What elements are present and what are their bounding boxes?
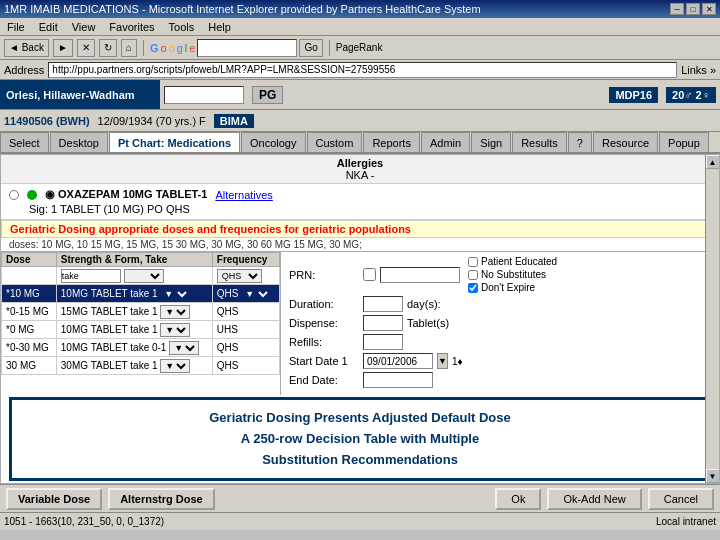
drug-radio[interactable] <box>9 190 19 200</box>
forward-button[interactable]: ► <box>53 39 73 57</box>
links-label: Links » <box>681 64 716 76</box>
dose-cell: *0-30 MG <box>2 339 57 357</box>
col-dose: Dose <box>2 253 57 267</box>
menu-help[interactable]: Help <box>205 21 234 33</box>
patient-search-input[interactable] <box>164 86 244 104</box>
dont-expire-item: Don't Expire <box>468 282 557 293</box>
tab-custom[interactable]: Custom <box>307 132 363 152</box>
table-row: *0 MG 10MG TABLET take 1 ▼ UHS <box>2 321 280 339</box>
drug-status-indicator <box>27 190 37 200</box>
address-label: Address <box>4 64 44 76</box>
table-row: QHS <box>2 267 280 285</box>
prn-checkbox[interactable] <box>363 268 376 281</box>
str-select[interactable]: ▼ <box>160 359 190 373</box>
age-badge: 20♂ 2♀ <box>666 87 716 103</box>
dispense-input[interactable] <box>363 315 403 331</box>
str-select[interactable]: ▼ <box>160 287 190 301</box>
tab-desktop[interactable]: Desktop <box>50 132 108 152</box>
drug-sig: Sig: 1 TABLET (10 MG) PO QHS <box>29 203 711 215</box>
variable-dose-button[interactable]: Variable Dose <box>6 488 102 510</box>
prn-label: PRN: <box>289 269 359 281</box>
alternatives-link[interactable]: Alternatives <box>215 189 272 201</box>
scrollbar[interactable]: ▲ ▼ <box>705 155 719 483</box>
tab-resource[interactable]: Resource <box>593 132 658 152</box>
strength-cell: 15MG TABLET take 1 ▼ <box>56 303 212 321</box>
ok-add-new-button[interactable]: Ok-Add New <box>547 488 641 510</box>
duration-input[interactable] <box>363 296 403 312</box>
strength-cell <box>56 267 212 285</box>
address-input[interactable] <box>48 62 677 78</box>
tab-select[interactable]: Select <box>0 132 49 152</box>
drug-name-row: ◉ OXAZEPAM 10MG TABLET-1 Alternatives <box>9 188 711 201</box>
tab-popup[interactable]: Popup <box>659 132 709 152</box>
table-row: 30 MG 30MG TABLET take 1 ▼ QHS <box>2 357 280 375</box>
menu-tools[interactable]: Tools <box>166 21 198 33</box>
freq-cell: UHS <box>212 321 279 339</box>
patient-educated-checkbox[interactable] <box>468 257 478 267</box>
str-select[interactable]: ▼ <box>160 305 190 319</box>
freq-select2[interactable]: ▼ <box>241 287 271 301</box>
google-search-area: Google Go <box>150 39 323 57</box>
duration-unit: day(s): <box>407 298 441 310</box>
toolbar-separator2 <box>329 40 330 56</box>
close-button[interactable]: ✕ <box>702 3 716 15</box>
maximize-button[interactable]: □ <box>686 3 700 15</box>
dispense-unit: Tablet(s) <box>407 317 449 329</box>
freq-cell: QHS <box>212 267 279 285</box>
tab-reports[interactable]: Reports <box>363 132 420 152</box>
table-row[interactable]: *10 MG 10MG TABLET take 1 ▼ QHS ▼ <box>2 285 280 303</box>
home-button[interactable]: ⌂ <box>121 39 137 57</box>
stop-button[interactable]: ✕ <box>77 39 95 57</box>
dont-expire-checkbox[interactable] <box>468 283 478 293</box>
cancel-button[interactable]: Cancel <box>648 488 714 510</box>
tab-results[interactable]: Results <box>512 132 567 152</box>
dose-cell: *0 MG <box>2 321 57 339</box>
tab-oncology[interactable]: Oncology <box>241 132 305 152</box>
status-bar: 1051 - 1663(10, 231_50, 0, 0_1372) Local… <box>0 512 720 530</box>
drug-info: ◉ OXAZEPAM 10MG TABLET-1 Alternatives Si… <box>1 184 719 220</box>
str-select[interactable]: ▼ <box>160 323 190 337</box>
menu-edit[interactable]: Edit <box>36 21 61 33</box>
back-button[interactable]: ◄ Back <box>4 39 49 57</box>
take-select[interactable] <box>124 269 164 283</box>
dosing-table-area: Dose Strength & Form, Take Frequency QHS <box>1 252 281 395</box>
dose-cell: *10 MG <box>2 285 57 303</box>
tab-sign[interactable]: Sign <box>471 132 511 152</box>
start-date-picker[interactable]: ▼ <box>437 353 448 369</box>
menu-view[interactable]: View <box>69 21 99 33</box>
dose-cell <box>2 267 57 285</box>
alternating-dose-button[interactable]: Alternstrg Dose <box>108 488 215 510</box>
start-date-input[interactable] <box>363 353 433 369</box>
status-right: Local intranet <box>656 516 716 527</box>
strength-cell: 10MG TABLET take 1 ▼ <box>56 285 212 303</box>
start-date-suffix: 1♦ <box>452 356 463 367</box>
refresh-button[interactable]: ↻ <box>99 39 117 57</box>
str-select[interactable]: ▼ <box>169 341 199 355</box>
tab-pt-chart-medications[interactable]: Pt Chart: Medications <box>109 132 240 152</box>
refills-input[interactable] <box>363 334 403 350</box>
google-search-input[interactable] <box>197 39 297 57</box>
minimize-button[interactable]: ─ <box>670 3 684 15</box>
prn-input[interactable] <box>380 267 460 283</box>
bottom-bar: Variable Dose Alternstrg Dose Ok Ok-Add … <box>0 484 720 512</box>
mdp-badge: MDP16 <box>609 87 658 103</box>
scroll-down-button[interactable]: ▼ <box>706 469 720 483</box>
ok-button[interactable]: Ok <box>495 488 541 510</box>
menu-file[interactable]: File <box>4 21 28 33</box>
patient-header: Orlesi, Hillawer-Wadham PG MDP16 20♂ 2♀ <box>0 80 720 110</box>
bima-badge: BIMA <box>214 114 254 128</box>
tab-question[interactable]: ? <box>568 132 592 152</box>
scroll-up-button[interactable]: ▲ <box>706 155 720 169</box>
menu-favorites[interactable]: Favorites <box>106 21 157 33</box>
geriatric-warning: Geriatric Dosing appropriate doses and f… <box>1 220 719 238</box>
duration-label: Duration: <box>289 298 359 310</box>
title-bar: 1MR IMAIB MEDICATIONS - Microsoft Intern… <box>0 0 720 18</box>
drug-name: ◉ OXAZEPAM 10MG TABLET-1 <box>45 188 207 201</box>
tab-admin[interactable]: Admin <box>421 132 470 152</box>
freq-select[interactable]: QHS <box>217 269 262 283</box>
google-search-button[interactable]: Go <box>299 39 322 57</box>
no-substitutes-checkbox[interactable] <box>468 270 478 280</box>
end-date-input[interactable] <box>363 372 433 388</box>
take-input[interactable] <box>61 269 121 283</box>
patient-id: 11490506 (BWH) <box>4 115 90 127</box>
